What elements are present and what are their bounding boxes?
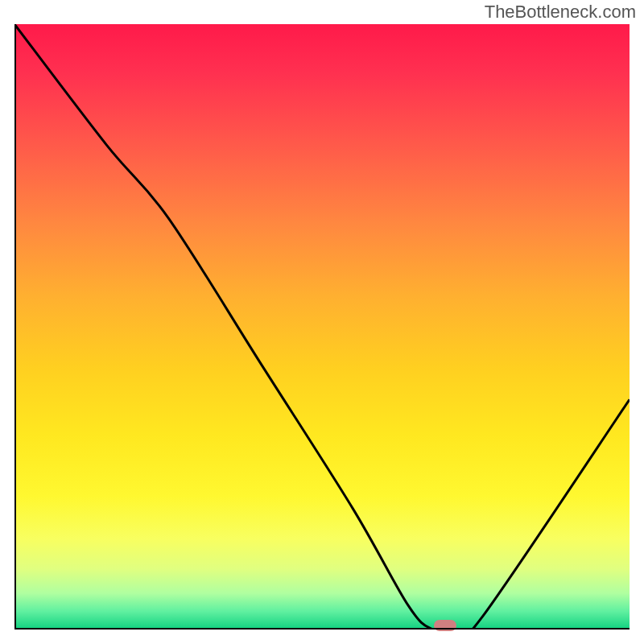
watermark-text: TheBottleneck.com: [485, 2, 636, 23]
chart-container: [14, 24, 630, 630]
bottleneck-curve: [14, 24, 630, 630]
optimum-marker: [434, 620, 456, 631]
